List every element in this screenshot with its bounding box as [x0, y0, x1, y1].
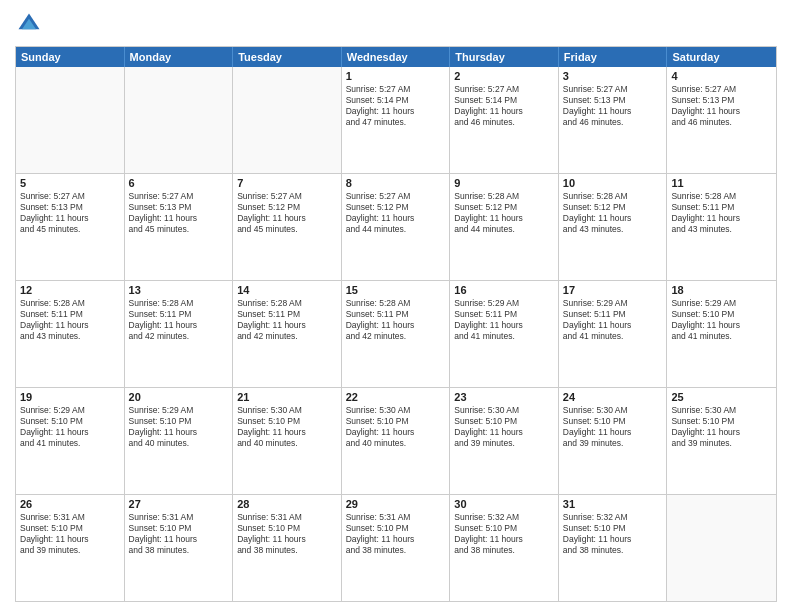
- day-number: 7: [237, 177, 337, 189]
- calendar-cell: 3Sunrise: 5:27 AMSunset: 5:13 PMDaylight…: [559, 67, 668, 173]
- calendar-cell: 9Sunrise: 5:28 AMSunset: 5:12 PMDaylight…: [450, 174, 559, 280]
- cell-line: Daylight: 11 hours: [563, 427, 663, 438]
- cell-line: Sunrise: 5:32 AM: [454, 512, 554, 523]
- day-number: 9: [454, 177, 554, 189]
- calendar-cell: 7Sunrise: 5:27 AMSunset: 5:12 PMDaylight…: [233, 174, 342, 280]
- cell-line: and 45 minutes.: [20, 224, 120, 235]
- cell-line: Sunrise: 5:29 AM: [563, 298, 663, 309]
- day-number: 28: [237, 498, 337, 510]
- cell-line: Daylight: 11 hours: [129, 320, 229, 331]
- calendar-cell: 1Sunrise: 5:27 AMSunset: 5:14 PMDaylight…: [342, 67, 451, 173]
- calendar-row-3: 19Sunrise: 5:29 AMSunset: 5:10 PMDayligh…: [16, 388, 776, 495]
- cell-line: and 39 minutes.: [20, 545, 120, 556]
- calendar-cell: 2Sunrise: 5:27 AMSunset: 5:14 PMDaylight…: [450, 67, 559, 173]
- cell-line: and 40 minutes.: [237, 438, 337, 449]
- calendar-cell: [125, 67, 234, 173]
- day-number: 6: [129, 177, 229, 189]
- cell-line: Daylight: 11 hours: [346, 534, 446, 545]
- day-number: 16: [454, 284, 554, 296]
- cell-line: and 41 minutes.: [563, 331, 663, 342]
- cell-line: and 38 minutes.: [563, 545, 663, 556]
- cell-line: Sunrise: 5:28 AM: [20, 298, 120, 309]
- calendar-row-4: 26Sunrise: 5:31 AMSunset: 5:10 PMDayligh…: [16, 495, 776, 601]
- cell-line: and 43 minutes.: [20, 331, 120, 342]
- day-number: 10: [563, 177, 663, 189]
- day-number: 20: [129, 391, 229, 403]
- cell-line: Sunrise: 5:28 AM: [237, 298, 337, 309]
- cell-line: Daylight: 11 hours: [346, 320, 446, 331]
- header-day-friday: Friday: [559, 47, 668, 67]
- cell-line: Daylight: 11 hours: [237, 427, 337, 438]
- cell-line: Daylight: 11 hours: [563, 213, 663, 224]
- cell-line: Sunset: 5:13 PM: [671, 95, 772, 106]
- cell-line: and 38 minutes.: [129, 545, 229, 556]
- cell-line: Sunset: 5:12 PM: [454, 202, 554, 213]
- calendar-cell: 28Sunrise: 5:31 AMSunset: 5:10 PMDayligh…: [233, 495, 342, 601]
- cell-line: Sunrise: 5:30 AM: [454, 405, 554, 416]
- calendar-cell: [667, 495, 776, 601]
- day-number: 11: [671, 177, 772, 189]
- cell-line: Sunset: 5:10 PM: [454, 523, 554, 534]
- cell-line: Sunset: 5:11 PM: [563, 309, 663, 320]
- calendar-cell: [16, 67, 125, 173]
- cell-line: Daylight: 11 hours: [20, 213, 120, 224]
- cell-line: Sunset: 5:10 PM: [237, 523, 337, 534]
- header-day-tuesday: Tuesday: [233, 47, 342, 67]
- cell-line: and 46 minutes.: [563, 117, 663, 128]
- cell-line: Sunset: 5:11 PM: [671, 202, 772, 213]
- cell-line: Sunset: 5:11 PM: [454, 309, 554, 320]
- day-number: 27: [129, 498, 229, 510]
- cell-line: and 46 minutes.: [671, 117, 772, 128]
- cell-line: Daylight: 11 hours: [237, 320, 337, 331]
- cell-line: Sunset: 5:11 PM: [20, 309, 120, 320]
- cell-line: Sunrise: 5:27 AM: [454, 84, 554, 95]
- cell-line: and 41 minutes.: [671, 331, 772, 342]
- cell-line: Sunrise: 5:28 AM: [129, 298, 229, 309]
- cell-line: Sunrise: 5:30 AM: [671, 405, 772, 416]
- day-number: 1: [346, 70, 446, 82]
- calendar-cell: 10Sunrise: 5:28 AMSunset: 5:12 PMDayligh…: [559, 174, 668, 280]
- cell-line: and 38 minutes.: [346, 545, 446, 556]
- cell-line: Daylight: 11 hours: [671, 427, 772, 438]
- day-number: 8: [346, 177, 446, 189]
- cell-line: Daylight: 11 hours: [671, 106, 772, 117]
- cell-line: Daylight: 11 hours: [129, 534, 229, 545]
- cell-line: and 43 minutes.: [563, 224, 663, 235]
- cell-line: and 42 minutes.: [346, 331, 446, 342]
- calendar: SundayMondayTuesdayWednesdayThursdayFrid…: [15, 46, 777, 602]
- calendar-cell: 11Sunrise: 5:28 AMSunset: 5:11 PMDayligh…: [667, 174, 776, 280]
- cell-line: Daylight: 11 hours: [129, 213, 229, 224]
- cell-line: Sunset: 5:10 PM: [563, 416, 663, 427]
- cell-line: Sunrise: 5:28 AM: [346, 298, 446, 309]
- cell-line: Daylight: 11 hours: [237, 534, 337, 545]
- cell-line: Sunset: 5:10 PM: [346, 523, 446, 534]
- cell-line: and 39 minutes.: [563, 438, 663, 449]
- day-number: 2: [454, 70, 554, 82]
- cell-line: Sunrise: 5:27 AM: [671, 84, 772, 95]
- cell-line: Daylight: 11 hours: [454, 534, 554, 545]
- day-number: 17: [563, 284, 663, 296]
- logo-icon: [15, 10, 43, 38]
- calendar-cell: 5Sunrise: 5:27 AMSunset: 5:13 PMDaylight…: [16, 174, 125, 280]
- cell-line: Sunrise: 5:31 AM: [129, 512, 229, 523]
- cell-line: Sunrise: 5:31 AM: [20, 512, 120, 523]
- day-number: 31: [563, 498, 663, 510]
- calendar-row-0: 1Sunrise: 5:27 AMSunset: 5:14 PMDaylight…: [16, 67, 776, 174]
- cell-line: and 42 minutes.: [237, 331, 337, 342]
- cell-line: Sunset: 5:10 PM: [237, 416, 337, 427]
- cell-line: and 42 minutes.: [129, 331, 229, 342]
- day-number: 14: [237, 284, 337, 296]
- cell-line: Daylight: 11 hours: [671, 213, 772, 224]
- cell-line: Daylight: 11 hours: [20, 427, 120, 438]
- calendar-cell: 23Sunrise: 5:30 AMSunset: 5:10 PMDayligh…: [450, 388, 559, 494]
- cell-line: Sunset: 5:10 PM: [20, 523, 120, 534]
- cell-line: Sunset: 5:11 PM: [129, 309, 229, 320]
- calendar-cell: 24Sunrise: 5:30 AMSunset: 5:10 PMDayligh…: [559, 388, 668, 494]
- calendar-cell: 18Sunrise: 5:29 AMSunset: 5:10 PMDayligh…: [667, 281, 776, 387]
- cell-line: Sunset: 5:13 PM: [20, 202, 120, 213]
- cell-line: Sunrise: 5:31 AM: [346, 512, 446, 523]
- cell-line: Sunrise: 5:30 AM: [346, 405, 446, 416]
- calendar-cell: 15Sunrise: 5:28 AMSunset: 5:11 PMDayligh…: [342, 281, 451, 387]
- calendar-header: SundayMondayTuesdayWednesdayThursdayFrid…: [16, 47, 776, 67]
- day-number: 3: [563, 70, 663, 82]
